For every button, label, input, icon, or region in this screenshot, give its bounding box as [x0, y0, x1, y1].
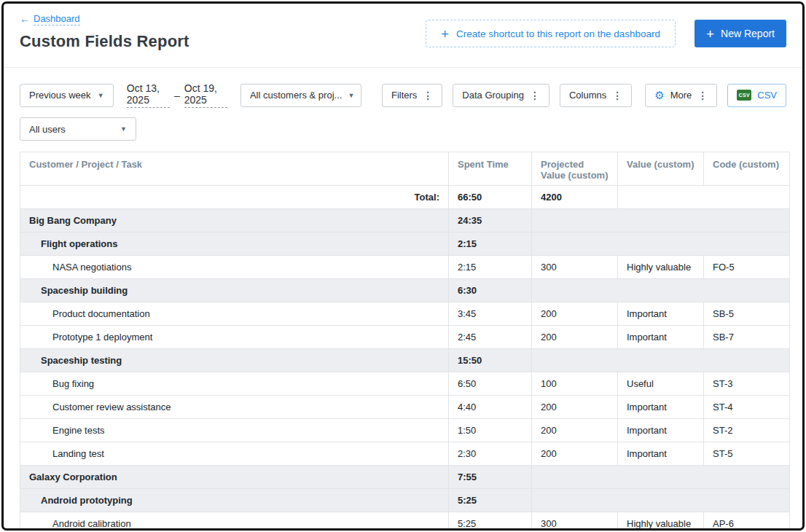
date-range[interactable]: Oct 13, 2025 – Oct 19, 2025: [127, 82, 227, 108]
code-custom-cell: SB-5: [704, 302, 790, 326]
chevron-down-icon: ▼: [348, 92, 354, 99]
users-select[interactable]: All users ▼: [20, 117, 136, 141]
filters-button[interactable]: Filters ⋮: [382, 84, 442, 107]
task-name-cell: Prototype 1 deployment: [20, 326, 449, 349]
column-header-projected-value: Projected Value (custom): [532, 152, 618, 186]
customers-select[interactable]: All customers & proj... ▼: [240, 84, 361, 107]
total-label: Total:: [20, 186, 449, 209]
task-name-cell: Product documentation: [20, 302, 449, 326]
new-report-label: New Report: [721, 28, 775, 39]
page-header: ← Dashboard Custom Fields Report + Creat…: [4, 4, 802, 68]
spent-time-cell: 6:30: [449, 279, 532, 302]
spent-time-cell: 1:50: [449, 419, 532, 442]
customer-name-cell: Galaxy Corporation: [20, 466, 449, 489]
projected-value-cell: 300: [532, 256, 618, 279]
code-custom-cell: ST-5: [704, 442, 790, 466]
back-arrow-icon: ←: [20, 13, 30, 25]
task-row: Prototype 1 deployment2:45200ImportantSB…: [20, 326, 790, 349]
create-shortcut-button[interactable]: + Create shortcut to this report on the …: [426, 20, 676, 47]
period-select[interactable]: Previous week ▼: [20, 84, 114, 107]
task-row: Android calibration5:25300Highly valuabl…: [20, 512, 790, 531]
csv-label: CSV: [757, 90, 777, 101]
columns-button[interactable]: Columns ⋮: [560, 84, 632, 107]
task-name-cell: Landing test: [20, 442, 449, 466]
spent-time-cell: 2:45: [449, 326, 532, 349]
kebab-menu-icon: ⋮: [697, 90, 708, 101]
data-grouping-label: Data Grouping: [462, 90, 524, 101]
csv-file-icon: CSV: [737, 90, 751, 101]
value-custom-cell: Important: [618, 396, 704, 419]
spent-time-cell: 5:25: [449, 512, 532, 531]
gear-icon: ⚙: [654, 90, 664, 101]
chevron-down-icon: ▼: [120, 125, 127, 133]
project-row: Android prototyping5:25: [20, 489, 790, 512]
plus-icon: +: [706, 27, 714, 41]
group-empty-cell: [532, 489, 790, 512]
project-name-cell: Spaceship testing: [20, 349, 449, 372]
customers-select-value: All customers & proj...: [250, 90, 342, 101]
code-custom-cell: ST-3: [704, 372, 790, 396]
date-separator: –: [174, 90, 180, 101]
total-projected-value: 4200: [532, 186, 618, 209]
task-name-cell: Engine tests: [20, 419, 449, 442]
task-row: Product documentation3:45200ImportantSB-…: [20, 302, 790, 326]
project-name-cell: Flight operations: [20, 232, 449, 256]
column-header-value: Value (custom): [618, 152, 704, 186]
group-empty-cell: [532, 466, 790, 489]
header-left: ← Dashboard Custom Fields Report: [20, 12, 189, 51]
project-row: Spaceship building6:30: [20, 279, 790, 302]
code-custom-cell: FO-5: [704, 256, 790, 279]
task-row: Customer review assistance4:40200Importa…: [20, 396, 790, 419]
group-empty-cell: [532, 279, 790, 302]
value-custom-cell: Highly valuable: [618, 512, 704, 531]
new-report-button[interactable]: + New Report: [695, 20, 786, 47]
task-row: Engine tests1:50200ImportantST-2: [20, 419, 790, 442]
task-name-cell: Android calibration: [20, 512, 449, 531]
users-select-value: All users: [29, 124, 66, 135]
code-custom-cell: AP-6: [704, 512, 790, 531]
customer-row: Galaxy Corporation7:55: [20, 466, 790, 489]
projected-value-cell: 300: [532, 512, 618, 531]
spent-time-cell: 15:50: [449, 349, 532, 372]
value-custom-cell: Important: [618, 326, 704, 349]
task-row: Bug fixing6:50100UsefulST-3: [20, 372, 790, 396]
total-row: Total: 66:50 4200: [20, 186, 790, 209]
back-link-label: Dashboard: [34, 13, 80, 26]
date-start[interactable]: Oct 13, 2025: [127, 82, 170, 108]
plus-icon: +: [441, 27, 449, 41]
project-name-cell: Spaceship building: [20, 279, 449, 302]
projected-value-cell: 100: [532, 372, 618, 396]
more-button[interactable]: ⚙ More ⋮: [645, 84, 717, 107]
task-name-cell: Bug fixing: [20, 372, 449, 396]
spent-time-cell: 2:15: [449, 232, 532, 256]
table-header-row: Customer / Project / Task Spent Time Pro…: [20, 152, 790, 186]
spent-time-cell: 5:25: [449, 489, 532, 512]
header-actions: + Create shortcut to this report on the …: [426, 20, 786, 47]
projected-value-cell: 200: [532, 326, 618, 349]
more-label: More: [670, 90, 692, 101]
page-title: Custom Fields Report: [20, 32, 189, 51]
group-empty-cell: [532, 209, 790, 232]
create-shortcut-label: Create shortcut to this report on the da…: [456, 28, 660, 39]
column-header-name: Customer / Project / Task: [20, 152, 449, 186]
date-end[interactable]: Oct 19, 2025: [184, 82, 227, 108]
export-csv-button[interactable]: CSV CSV: [727, 84, 786, 107]
projected-value-cell: 200: [532, 419, 618, 442]
report-toolbar: Previous week ▼ Oct 13, 2025 – Oct 19, 2…: [4, 68, 802, 141]
projected-value-cell: 200: [532, 396, 618, 419]
task-name-cell: NASA negotiations: [20, 256, 449, 279]
period-select-value: Previous week: [29, 90, 91, 101]
toolbar-row-2: All users ▼: [20, 117, 786, 141]
total-empty-cell: [618, 186, 790, 209]
code-custom-cell: SB-7: [704, 326, 790, 349]
task-row: Landing test2:30200ImportantST-5: [20, 442, 790, 466]
spent-time-cell: 3:45: [449, 302, 532, 326]
back-to-dashboard-link[interactable]: ← Dashboard: [20, 13, 80, 26]
data-grouping-button[interactable]: Data Grouping ⋮: [453, 84, 549, 107]
report-table: Customer / Project / Task Spent Time Pro…: [20, 152, 790, 531]
spent-time-cell: 2:30: [449, 442, 532, 466]
kebab-menu-icon: ⋮: [530, 90, 540, 101]
value-custom-cell: Important: [618, 442, 704, 466]
spent-time-cell: 24:35: [449, 209, 532, 232]
total-spent-time: 66:50: [449, 186, 532, 209]
